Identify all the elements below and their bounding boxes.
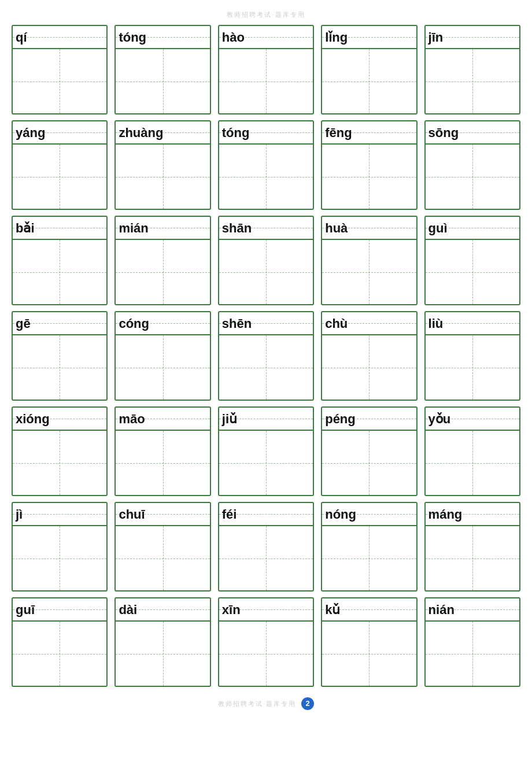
writing-area [322, 335, 416, 400]
pinyin-label: cóng [116, 312, 209, 335]
pinyin-label: mián [116, 217, 209, 240]
pinyin-label: jīn [426, 26, 519, 49]
flashcard: dài [114, 597, 210, 687]
writing-area [426, 431, 519, 495]
writing-area [219, 431, 313, 495]
flashcard: chuī [114, 502, 210, 591]
flashcard: gē [12, 311, 108, 401]
pinyin-label: chù [322, 312, 416, 335]
flashcard: guī [12, 597, 108, 687]
footer: 教师招聘考试·题库专用 2 [12, 697, 520, 710]
pinyin-label: zhuàng [116, 121, 209, 145]
flashcard: máng [424, 502, 520, 591]
flashcard: tóng [114, 25, 210, 114]
writing-area [116, 145, 209, 209]
pinyin-label: xióng [13, 408, 106, 431]
flashcard: hào [218, 25, 314, 114]
writing-area [116, 526, 209, 590]
pinyin-label: tóng [116, 26, 209, 49]
flashcard: qí [12, 25, 108, 114]
footer-watermark: 教师招聘考试·题库专用 [218, 700, 296, 707]
flashcard: xīn [218, 597, 314, 687]
flashcard: jì [12, 502, 108, 591]
flashcard: tóng [218, 120, 314, 210]
writing-area [426, 622, 519, 686]
writing-area [426, 49, 519, 113]
flashcard: jiǔ [218, 406, 314, 496]
pinyin-label: xīn [219, 598, 313, 622]
pinyin-label: kǔ [322, 598, 416, 622]
writing-area [426, 335, 519, 400]
writing-area [219, 145, 313, 209]
flashcard: zhuàng [114, 120, 210, 210]
pinyin-label: shān [219, 217, 313, 240]
flashcard: nóng [321, 502, 417, 591]
pinyin-label: huà [322, 217, 416, 240]
pinyin-label: lǐng [322, 26, 416, 49]
pinyin-label: sōng [426, 121, 519, 145]
pinyin-label: māo [116, 408, 209, 431]
pinyin-label: shēn [219, 312, 313, 335]
pinyin-label: gē [13, 312, 106, 335]
flashcard: cóng [114, 311, 210, 401]
pinyin-label: liù [426, 312, 519, 335]
flashcard: xióng [12, 406, 108, 496]
writing-area [116, 431, 209, 495]
flashcard: mián [114, 216, 210, 305]
writing-area [219, 622, 313, 686]
writing-area [219, 526, 313, 590]
writing-area [13, 526, 106, 590]
flashcard: chù [321, 311, 417, 401]
writing-area [322, 240, 416, 304]
writing-area [219, 240, 313, 304]
writing-area [322, 49, 416, 113]
writing-area [322, 622, 416, 686]
flashcard: sōng [424, 120, 520, 210]
pinyin-label: nóng [322, 503, 416, 526]
pinyin-label: péng [322, 408, 416, 431]
pinyin-label: jiǔ [219, 408, 313, 431]
flashcard: lǐng [321, 25, 417, 114]
flashcard: huà [321, 216, 417, 305]
pinyin-label: máng [426, 503, 519, 526]
writing-area [426, 526, 519, 590]
pinyin-label: chuī [116, 503, 209, 526]
flashcard: nián [424, 597, 520, 687]
writing-area [116, 622, 209, 686]
pinyin-label: guī [13, 598, 106, 622]
writing-area [13, 49, 106, 113]
writing-area [13, 431, 106, 495]
page-number-badge: 2 [301, 697, 314, 710]
pinyin-label: qí [13, 26, 106, 49]
header-watermark: 教师招聘考试·题库专用 [12, 10, 520, 19]
flashcard: féi [218, 502, 314, 591]
writing-area [116, 335, 209, 400]
writing-area [322, 526, 416, 590]
flashcard: fēng [321, 120, 417, 210]
writing-area [116, 240, 209, 304]
writing-area [219, 49, 313, 113]
pinyin-label: tóng [219, 121, 313, 145]
pinyin-label: jì [13, 503, 106, 526]
pinyin-label: féi [219, 503, 313, 526]
writing-area [13, 335, 106, 400]
flashcard: jīn [424, 25, 520, 114]
flashcard: guì [424, 216, 520, 305]
flashcard: yáng [12, 120, 108, 210]
writing-area [13, 145, 106, 209]
flashcard: māo [114, 406, 210, 496]
pinyin-label: yáng [13, 121, 106, 145]
flashcard: liù [424, 311, 520, 401]
pinyin-label: guì [426, 217, 519, 240]
flashcard: yǒu [424, 406, 520, 496]
writing-area [426, 145, 519, 209]
writing-area [13, 240, 106, 304]
writing-area [322, 145, 416, 209]
flashcard: shān [218, 216, 314, 305]
pinyin-label: hào [219, 26, 313, 49]
flashcard: kǔ [321, 597, 417, 687]
writing-area [322, 431, 416, 495]
flashcard: péng [321, 406, 417, 496]
pinyin-label: bǎi [13, 217, 106, 240]
writing-area [116, 49, 209, 113]
